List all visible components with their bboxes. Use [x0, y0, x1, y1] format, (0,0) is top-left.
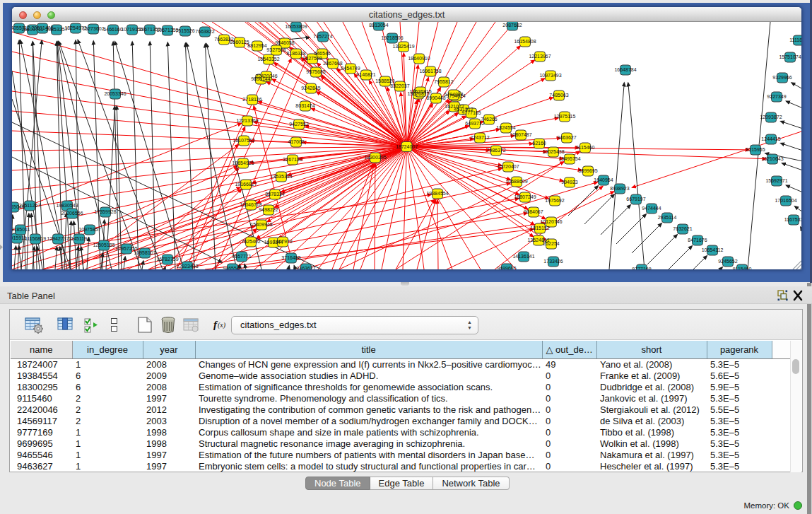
svg-text:10807487: 10807487 — [510, 132, 531, 137]
svg-text:9115460: 9115460 — [733, 267, 752, 269]
svg-text:8938923: 8938923 — [610, 186, 629, 191]
svg-text:9084067: 9084067 — [524, 209, 543, 214]
svg-text:9463627: 9463627 — [296, 266, 315, 269]
svg-text:9227349: 9227349 — [767, 94, 786, 99]
svg-text:1588520: 1588520 — [375, 78, 394, 83]
svg-text:13535394: 13535394 — [270, 174, 292, 179]
svg-text:16648784: 16648784 — [614, 67, 636, 72]
svg-text:1733426: 1733426 — [543, 259, 563, 264]
svg-text:1824554: 1824554 — [496, 125, 515, 130]
svg-text:12942737: 12942737 — [47, 236, 69, 241]
svg-text:8471676: 8471676 — [688, 238, 707, 243]
svg-text:9327508: 9327508 — [266, 47, 286, 52]
svg-text:10958107: 10958107 — [134, 250, 155, 255]
svg-text:15720407: 15720407 — [497, 164, 519, 169]
svg-text:1167533: 1167533 — [784, 217, 801, 222]
svg-text:19384554: 19384554 — [426, 191, 448, 196]
svg-text:7485063: 7485063 — [549, 93, 568, 98]
svg-text:6493712: 6493712 — [465, 121, 484, 126]
svg-text:6679197: 6679197 — [626, 197, 645, 201]
svg-text:10120746: 10120746 — [540, 219, 562, 224]
svg-text:9427552: 9427552 — [289, 122, 308, 127]
svg-text:8215955: 8215955 — [746, 147, 765, 152]
svg-text:14136141: 14136141 — [512, 254, 534, 259]
svg-text:62160: 62160 — [532, 141, 546, 146]
svg-text:8899695: 8899695 — [578, 168, 597, 173]
svg-text:2718126: 2718126 — [242, 97, 261, 102]
svg-text:8031474: 8031474 — [295, 103, 314, 108]
svg-text:12093872: 12093872 — [760, 115, 782, 119]
svg-text:19166827: 19166827 — [235, 182, 257, 187]
svg-text:1640954: 1640954 — [594, 177, 613, 182]
svg-text:1467979: 1467979 — [273, 239, 292, 244]
svg-text:9242845: 9242845 — [301, 86, 320, 90]
svg-text:9657771: 9657771 — [232, 254, 251, 259]
svg-text:1111834: 1111834 — [789, 37, 801, 42]
svg-text:22420046: 22420046 — [255, 74, 277, 78]
svg-text:3267130: 3267130 — [283, 157, 302, 162]
svg-text:9846058: 9846058 — [275, 40, 294, 45]
svg-text:18807249: 18807249 — [514, 194, 536, 199]
svg-text:7955812: 7955812 — [434, 79, 453, 84]
svg-text:10046718: 10046718 — [240, 202, 261, 207]
svg-text:19218506: 19218506 — [381, 35, 403, 40]
svg-text:417008: 417008 — [288, 139, 304, 144]
svg-text:16107552: 16107552 — [233, 138, 254, 143]
svg-text:8912954: 8912954 — [247, 43, 266, 48]
svg-text:20511267: 20511267 — [19, 203, 41, 208]
svg-text:9465546: 9465546 — [223, 266, 242, 269]
svg-text:8454749: 8454749 — [341, 66, 360, 71]
svg-text:9699695: 9699695 — [497, 266, 516, 269]
svg-text:16154808: 16154808 — [514, 39, 536, 44]
svg-text:9777165: 9777165 — [461, 110, 481, 115]
svg-text:17359928: 17359928 — [94, 209, 116, 214]
svg-text:10025438: 10025438 — [542, 149, 564, 154]
svg-text:19654925: 19654925 — [232, 160, 254, 165]
svg-text:746266: 746266 — [481, 117, 497, 122]
svg-text:(x): (x) — [218, 321, 226, 329]
svg-text:9463627: 9463627 — [557, 135, 576, 140]
svg-text:1815152: 1815152 — [530, 226, 549, 230]
svg-text:11156819: 11156819 — [25, 236, 46, 241]
svg-text:18495754: 18495754 — [558, 156, 580, 161]
svg-text:994923: 994923 — [561, 180, 577, 185]
svg-text:2867608: 2867608 — [323, 61, 342, 66]
svg-text:7632621: 7632621 — [673, 226, 692, 231]
svg-text:9115460: 9115460 — [576, 145, 595, 150]
svg-text:1244415: 1244415 — [761, 136, 780, 141]
svg-text:8322037: 8322037 — [390, 83, 409, 88]
svg-text:17016504: 17016504 — [775, 198, 796, 203]
svg-text:16210643: 16210643 — [761, 156, 783, 161]
svg-text:9375685: 9375685 — [306, 69, 325, 74]
svg-text:8813054: 8813054 — [369, 23, 388, 28]
svg-text:13325419: 13325419 — [392, 44, 414, 49]
svg-text:2935114: 2935114 — [658, 215, 677, 220]
svg-text:7515526: 7515526 — [175, 28, 194, 33]
svg-text:12213369: 12213369 — [236, 118, 258, 123]
svg-text:12923448: 12923448 — [176, 264, 198, 269]
svg-text:10688609: 10688609 — [505, 179, 527, 184]
svg-text:9777169: 9777169 — [632, 267, 651, 269]
svg-text:9329966: 9329966 — [772, 75, 792, 80]
svg-text:18724007: 18724007 — [396, 144, 418, 149]
svg-text:10654112: 10654112 — [702, 247, 724, 252]
svg-text:7663822: 7663822 — [195, 29, 214, 34]
svg-text:7986372: 7986372 — [486, 148, 505, 153]
svg-text:15273602: 15273602 — [82, 26, 104, 31]
svg-text:9146821: 9146821 — [356, 72, 375, 77]
svg-text:18640910: 18640910 — [408, 56, 430, 61]
svg-text:15409948: 15409948 — [250, 222, 272, 227]
svg-text:12505185: 12505185 — [93, 243, 114, 247]
svg-text:10975857: 10975857 — [78, 227, 100, 232]
svg-text:2243712: 2243712 — [470, 135, 489, 140]
svg-text:7357274: 7357274 — [313, 34, 332, 39]
svg-text:8185011: 8185011 — [12, 227, 30, 232]
svg-text:252254: 252254 — [543, 241, 559, 246]
svg-text:15692971: 15692971 — [765, 178, 787, 183]
svg-text:20206556: 20206556 — [61, 211, 83, 216]
svg-text:16053809: 16053809 — [285, 24, 307, 29]
svg-text:3716485: 3716485 — [281, 255, 300, 260]
svg-text:12975115: 12975115 — [554, 114, 576, 119]
svg-text:8186328: 8186328 — [286, 51, 305, 56]
svg-text:9474444: 9474444 — [642, 206, 661, 211]
